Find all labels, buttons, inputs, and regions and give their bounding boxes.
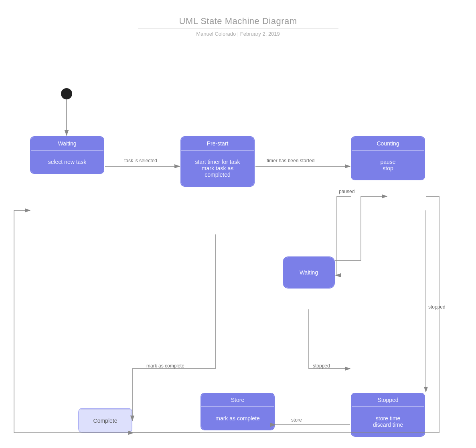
page-title: UML State Machine Diagram bbox=[0, 0, 476, 26]
arrows-svg: task is selected timer has been started … bbox=[0, 48, 476, 441]
label-stopped2: stopped bbox=[313, 363, 330, 369]
arrow-waiting2-counting bbox=[335, 196, 387, 260]
label-stopped1: stopped bbox=[428, 304, 446, 310]
arrow-prestart-complete bbox=[132, 234, 215, 421]
arrow-waiting2-stopped bbox=[309, 309, 350, 369]
arrow-counting-loop-waiting1 bbox=[14, 196, 439, 433]
label-timer-started: timer has been started bbox=[267, 158, 314, 163]
label-task-selected: task is selected bbox=[124, 158, 157, 163]
label-mark-complete: mark as complete bbox=[146, 363, 184, 369]
title-divider bbox=[138, 28, 338, 28]
arrow-counting-waiting2 bbox=[336, 196, 351, 275]
label-paused: paused bbox=[339, 189, 354, 194]
diagram-area: Waiting select new task Pre-start start … bbox=[0, 48, 476, 441]
page-subtitle: Manuel Colorado | February 2, 2019 bbox=[0, 31, 476, 41]
label-store: store bbox=[291, 417, 302, 423]
